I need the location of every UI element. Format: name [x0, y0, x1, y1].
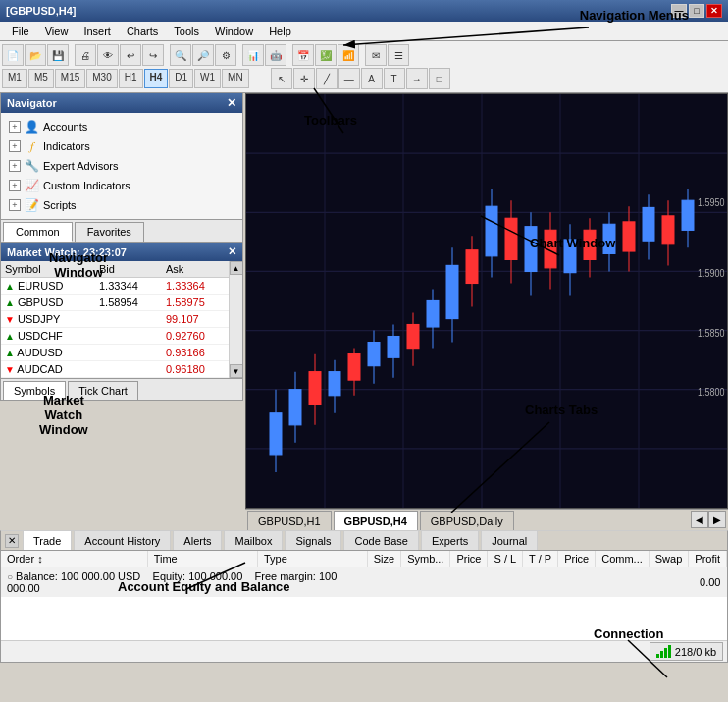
- mw-row-usdchf[interactable]: ▲ USDCHF 0.92760: [1, 328, 229, 345]
- chart-canvas[interactable]: 1.5950 1.5900 1.5850 1.5800: [246, 94, 727, 508]
- timeframe-m5[interactable]: M5: [28, 69, 54, 88]
- svg-rect-34: [486, 206, 497, 256]
- timeframe-m1[interactable]: M1: [2, 69, 27, 88]
- minimize-button[interactable]: —: [671, 4, 687, 18]
- market-watch-scrollbar[interactable]: ▲ ▼: [229, 261, 242, 378]
- menu-file[interactable]: File: [4, 24, 37, 39]
- expand-accounts-icon[interactable]: +: [9, 121, 21, 133]
- th-price: Price: [450, 551, 488, 567]
- hline-button[interactable]: —: [338, 68, 360, 89]
- chart-tab-gbpusd-h1[interactable]: GBPUSD,H1: [247, 511, 332, 530]
- terminal-close-button[interactable]: ✕: [5, 534, 19, 548]
- mw-bid-audcad: [95, 361, 162, 378]
- options-button[interactable]: ☰: [388, 44, 409, 66]
- mw-symbol-usdchf: ▲ USDCHF: [1, 328, 95, 345]
- maximize-button[interactable]: □: [689, 4, 704, 18]
- timeframe-m30[interactable]: M30: [86, 69, 117, 88]
- cursor-button[interactable]: ↖: [271, 68, 292, 89]
- chart-tab-next-button[interactable]: ▶: [708, 511, 726, 528]
- terminal-tab-experts[interactable]: Experts: [421, 530, 479, 550]
- chart-settings-button[interactable]: ⚙: [215, 44, 236, 66]
- terminal-tab-alerts[interactable]: Alerts: [173, 530, 222, 550]
- expand-custom-icon[interactable]: +: [9, 180, 21, 191]
- market-watch-close-button[interactable]: ✕: [228, 245, 236, 258]
- undo-button[interactable]: ↩: [120, 44, 141, 66]
- timeframe-h1[interactable]: H1: [119, 69, 143, 88]
- timeframe-h4[interactable]: H4: [144, 69, 169, 88]
- timeframe-mn[interactable]: MN: [222, 69, 249, 88]
- expert-button[interactable]: 🤖: [265, 44, 286, 66]
- close-button[interactable]: ✕: [706, 4, 722, 18]
- connection-indicator[interactable]: 218/0 kb: [650, 642, 723, 661]
- nav-tab-common[interactable]: Common: [3, 222, 73, 242]
- signal-button[interactable]: 📶: [338, 44, 359, 66]
- menu-view[interactable]: View: [37, 24, 77, 39]
- zoom-out-button[interactable]: 🔎: [192, 44, 214, 66]
- balance-row: ○ Balance: 100 000.00 USD Equity: 100 00…: [1, 567, 727, 598]
- svg-rect-44: [584, 230, 596, 259]
- calendar-button[interactable]: 📅: [292, 44, 314, 66]
- connection-text: 218/0 kb: [675, 646, 716, 658]
- terminal-tab-trade[interactable]: Trade: [23, 530, 72, 550]
- crosshair-button[interactable]: ✛: [293, 68, 315, 89]
- audusd-direction-icon: ▲: [5, 348, 15, 358]
- nav-item-custom-indicators[interactable]: + 📈 Custom Indicators: [5, 176, 238, 195]
- terminal-tab-account-history[interactable]: Account History: [74, 530, 171, 550]
- navigator-close-button[interactable]: ✕: [227, 96, 236, 110]
- arrow-button[interactable]: →: [406, 68, 428, 89]
- expand-indicators-icon[interactable]: +: [9, 140, 21, 152]
- scroll-down-button[interactable]: ▼: [230, 364, 243, 378]
- market-button[interactable]: 💹: [315, 44, 337, 66]
- th-comm: Comm...: [596, 551, 650, 567]
- print-button[interactable]: 🖨: [75, 44, 96, 66]
- chart-tab-gbpusd-daily[interactable]: GBPUSD,Daily: [420, 511, 514, 530]
- menu-help[interactable]: Help: [261, 24, 299, 39]
- line-button[interactable]: ╱: [316, 68, 338, 89]
- rect-button[interactable]: □: [429, 68, 450, 89]
- chart-tab-nav-arrows: ◀ ▶: [691, 511, 726, 530]
- timeframe-w1[interactable]: W1: [194, 69, 221, 88]
- email-button[interactable]: ✉: [365, 44, 387, 66]
- svg-rect-24: [388, 337, 399, 358]
- mw-row-gbpusd[interactable]: ▲ GBPUSD 1.58954 1.58975: [1, 295, 229, 311]
- print-preview-button[interactable]: 👁: [97, 44, 119, 66]
- mw-tab-tick-chart[interactable]: Tick Chart: [68, 381, 138, 400]
- nav-item-accounts[interactable]: + 👤 Accounts: [5, 117, 238, 136]
- indicator-button[interactable]: 📊: [242, 44, 264, 66]
- mw-row-audusd[interactable]: ▲ AUDUSD 0.93166: [1, 345, 229, 361]
- chart-area[interactable]: 1.5950 1.5900 1.5850 1.5800: [245, 93, 728, 509]
- menu-charts[interactable]: Charts: [119, 24, 166, 39]
- mw-row-eurusd[interactable]: ▲ EURUSD 1.33344 1.33364: [1, 278, 229, 295]
- timeframe-d1[interactable]: D1: [169, 69, 193, 88]
- mw-row-audcad[interactable]: ▼ AUDCAD 0.96180: [1, 361, 229, 378]
- open-button[interactable]: 📂: [25, 44, 46, 66]
- mw-ask-usdchf: 0.92760: [162, 328, 229, 345]
- save-button[interactable]: 💾: [47, 44, 69, 66]
- zoom-in-button[interactable]: 🔍: [170, 44, 191, 66]
- expand-experts-icon[interactable]: +: [9, 160, 21, 172]
- menu-tools[interactable]: Tools: [166, 24, 207, 39]
- menu-bar: File View Insert Charts Tools Window Hel…: [0, 22, 728, 41]
- mw-row-usdjpy[interactable]: ▼ USDJPY 99.107: [1, 311, 229, 328]
- nav-item-expert-advisors[interactable]: + 🔧 Expert Advisors: [5, 156, 238, 176]
- nav-item-indicators[interactable]: + 𝑓 Indicators: [5, 136, 238, 156]
- menu-window[interactable]: Window: [207, 24, 261, 39]
- nav-item-scripts[interactable]: + 📝 Scripts: [5, 195, 238, 215]
- toolbar-row-1: 📄 📂 💾 🖨 👁 ↩ ↪ 🔍 🔎 ⚙ 📊 🤖 📅 💹 📶 ✉ ☰: [2, 43, 726, 67]
- label-button[interactable]: T: [384, 68, 405, 89]
- chart-tab-gbpusd-h4[interactable]: GBPUSD,H4: [334, 511, 418, 530]
- nav-tab-favorites[interactable]: Favorites: [75, 222, 144, 242]
- scroll-up-button[interactable]: ▲: [230, 261, 243, 275]
- timeframe-m15[interactable]: M15: [55, 69, 85, 88]
- terminal-tab-journal[interactable]: Journal: [481, 530, 538, 550]
- chart-tab-prev-button[interactable]: ◀: [691, 511, 708, 528]
- terminal-tab-mailbox[interactable]: Mailbox: [224, 530, 283, 550]
- redo-button[interactable]: ↪: [142, 44, 164, 66]
- terminal-tab-code-base[interactable]: Code Base: [343, 530, 418, 550]
- menu-insert[interactable]: Insert: [76, 24, 119, 39]
- terminal-tab-signals[interactable]: Signals: [285, 530, 341, 550]
- expand-scripts-icon[interactable]: +: [9, 199, 21, 211]
- text-button[interactable]: A: [361, 68, 383, 89]
- new-chart-button[interactable]: 📄: [2, 44, 24, 66]
- mw-tab-symbols[interactable]: Symbols: [3, 381, 66, 400]
